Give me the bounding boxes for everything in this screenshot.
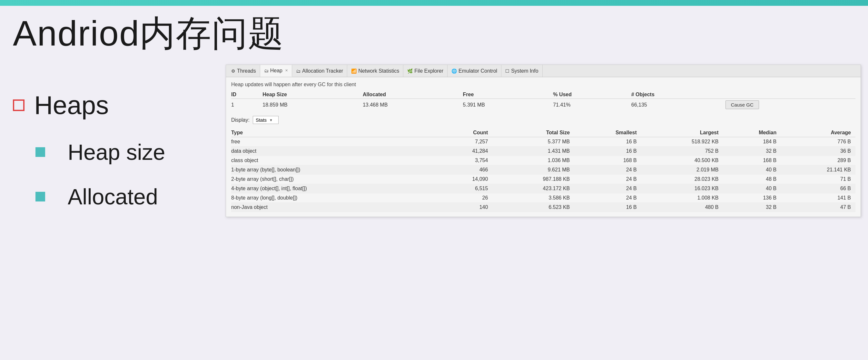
- col-id: ID: [231, 91, 262, 99]
- stats-cell-3-4: 2.019 MB: [641, 165, 723, 175]
- cause-gc-button[interactable]: Cause GC: [725, 101, 759, 109]
- stats-row: data object41,2841.431 MB16 B752 B32 B36…: [231, 146, 856, 156]
- stats-col-total-size: Total Size: [492, 129, 574, 137]
- stats-cell-7-1: 140: [440, 203, 493, 212]
- stats-cell-1-5: 32 B: [723, 146, 781, 156]
- stats-row: 2-byte array (short[], char[])14,090987.…: [231, 175, 856, 184]
- stats-cell-2-2: 1.036 MB: [492, 156, 574, 165]
- threads-icon: ⚙: [231, 68, 236, 74]
- tab-system-info[interactable]: ☐ System Info: [501, 65, 542, 77]
- stats-cell-5-3: 24 B: [574, 184, 641, 193]
- stats-cell-1-3: 16 B: [574, 146, 641, 156]
- stats-cell-4-1: 14,090: [440, 175, 493, 184]
- stats-col-count: Count: [440, 129, 493, 137]
- tab-network-statistics-label: Network Statistics: [358, 68, 399, 74]
- heap-notice: Heap updates will happen after every GC …: [231, 82, 856, 87]
- content-area: Heap updates will happen after every GC …: [226, 77, 861, 217]
- stats-cell-6-4: 1.008 KB: [641, 193, 723, 203]
- stats-col-largest: Largest: [641, 129, 723, 137]
- stats-cell-6-3: 24 B: [574, 193, 641, 203]
- stats-cell-6-0: 8-byte array (long[], double[]): [231, 193, 440, 203]
- stats-cell-6-5: 136 B: [723, 193, 781, 203]
- tab-emulator-control-label: Emulator Control: [459, 68, 497, 74]
- stats-cell-0-4: 518.922 KB: [641, 137, 723, 146]
- bullet-heap-size: Heap size: [13, 139, 165, 165]
- dropdown-arrow-icon: ▼: [269, 118, 273, 122]
- tab-allocation-tracker[interactable]: 🗂 Allocation Tracker: [292, 65, 347, 77]
- allocation-tracker-icon: 🗂: [296, 68, 301, 74]
- heap-percent-used: 71.41%: [553, 99, 631, 111]
- col-allocated: Allocated: [363, 91, 463, 99]
- stats-cell-0-2: 5.377 MB: [492, 137, 574, 146]
- tab-network-statistics[interactable]: 📶 Network Statistics: [347, 65, 403, 77]
- stats-cell-4-0: 2-byte array (short[], char[]): [231, 175, 440, 184]
- stats-col-median: Median: [723, 129, 781, 137]
- tab-heap-label: Heap: [270, 68, 282, 74]
- stats-cell-5-0: 4-byte array (object[], int[], float[]): [231, 184, 440, 193]
- heap-size-label: Heap size: [68, 139, 165, 165]
- heap-num-objects: 66,135: [631, 99, 725, 111]
- stats-cell-1-0: data object: [231, 146, 440, 156]
- stats-cell-3-2: 9.621 MB: [492, 165, 574, 175]
- tab-system-info-label: System Info: [511, 68, 538, 74]
- stats-cell-4-6: 71 B: [781, 175, 856, 184]
- heap-size-value: 18.859 MB: [262, 99, 363, 111]
- stats-cell-7-0: non-Java object: [231, 203, 440, 212]
- heap-data-row: 1 18.859 MB 13.468 MB 5.391 MB 71.41% 66…: [231, 99, 856, 111]
- stats-cell-2-5: 168 B: [723, 156, 781, 165]
- stats-cell-4-2: 987.188 KB: [492, 175, 574, 184]
- stats-cell-2-6: 289 B: [781, 156, 856, 165]
- heap-icon: 🗂: [264, 68, 269, 73]
- stats-cell-7-4: 480 B: [641, 203, 723, 212]
- tab-threads-label: Threads: [237, 68, 256, 74]
- stats-cell-5-6: 66 B: [781, 184, 856, 193]
- stats-cell-5-4: 16.023 KB: [641, 184, 723, 193]
- stats-cell-2-4: 40.500 KB: [641, 156, 723, 165]
- stats-cell-4-5: 48 B: [723, 175, 781, 184]
- stats-cell-3-0: 1-byte array (byte[], boolean[]): [231, 165, 440, 175]
- tab-threads[interactable]: ⚙ Threads: [227, 65, 260, 77]
- stats-cell-0-1: 7,257: [440, 137, 493, 146]
- col-heap-size: Heap Size: [262, 91, 363, 99]
- teal-bullet-icon-1: [35, 147, 45, 157]
- emulator-control-icon: 🌐: [452, 68, 457, 74]
- stats-cell-1-2: 1.431 MB: [492, 146, 574, 156]
- stats-dropdown[interactable]: Stats ▼: [253, 116, 279, 124]
- col-action: [725, 91, 856, 99]
- stats-cell-2-0: class object: [231, 156, 440, 165]
- network-statistics-icon: 📶: [351, 68, 356, 74]
- heaps-label: Heaps: [34, 90, 108, 120]
- stats-row: 8-byte array (long[], double[])263.586 K…: [231, 193, 856, 203]
- display-row: Display: Stats ▼: [231, 116, 856, 124]
- page-title: Andriod内存问题: [13, 10, 284, 58]
- left-panel: Heaps Heap size Allocated: [13, 90, 165, 209]
- tab-allocation-tracker-label: Allocation Tracker: [302, 68, 343, 74]
- stats-cell-1-6: 36 B: [781, 146, 856, 156]
- stats-cell-5-2: 423.172 KB: [492, 184, 574, 193]
- stats-cell-4-4: 28.023 KB: [641, 175, 723, 184]
- stats-cell-5-5: 40 B: [723, 184, 781, 193]
- tab-bar: ⚙ Threads 🗂 Heap ✕ 🗂 Allocation Tracker …: [226, 65, 861, 77]
- allocated-label: Allocated: [68, 184, 158, 209]
- stats-cell-7-6: 47 B: [781, 203, 856, 212]
- stats-cell-3-6: 21.141 KB: [781, 165, 856, 175]
- stats-table: Type Count Total Size Smallest Largest M…: [231, 129, 856, 212]
- tab-emulator-control[interactable]: 🌐 Emulator Control: [447, 65, 501, 77]
- stats-col-smallest: Smallest: [574, 129, 641, 137]
- bullet-allocated: Allocated: [13, 184, 165, 209]
- tab-file-explorer[interactable]: 🌿 File Explorer: [403, 65, 447, 77]
- stats-row: 1-byte array (byte[], boolean[])4669.621…: [231, 165, 856, 175]
- stats-cell-7-3: 16 B: [574, 203, 641, 212]
- stats-cell-1-4: 752 B: [641, 146, 723, 156]
- stats-cell-6-6: 141 B: [781, 193, 856, 203]
- red-bullet-icon: [13, 100, 25, 111]
- stats-value: Stats: [256, 117, 267, 123]
- heap-free-value: 5.391 MB: [463, 99, 553, 111]
- stats-row: 4-byte array (object[], int[], float[])6…: [231, 184, 856, 193]
- stats-cell-3-3: 24 B: [574, 165, 641, 175]
- heap-tab-close[interactable]: ✕: [285, 68, 288, 73]
- heap-allocated-value: 13.468 MB: [363, 99, 463, 111]
- heap-id: 1: [231, 99, 262, 111]
- tab-heap[interactable]: 🗂 Heap ✕: [260, 65, 292, 77]
- stats-cell-7-2: 6.523 KB: [492, 203, 574, 212]
